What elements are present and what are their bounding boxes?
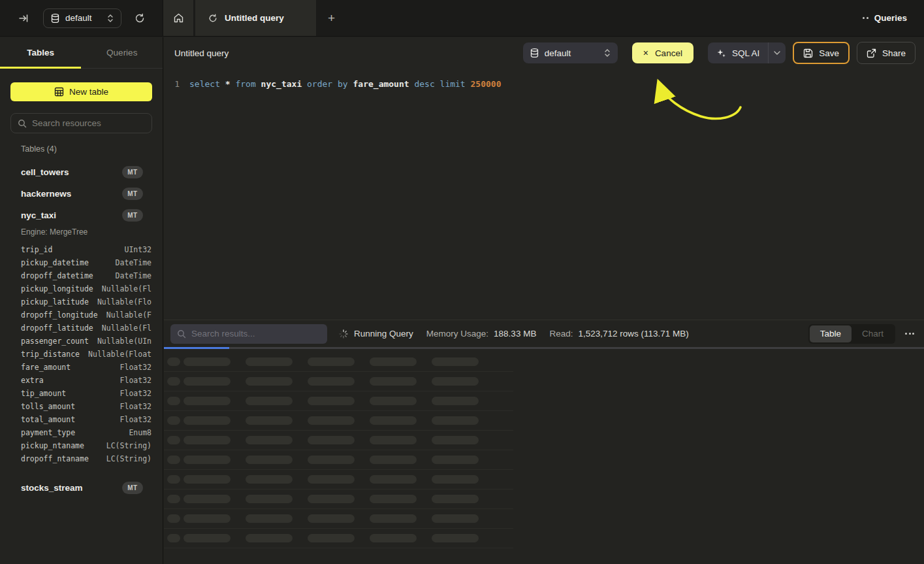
- database-selector[interactable]: default: [43, 8, 121, 28]
- skeleton-cell: [370, 377, 417, 386]
- skeleton-cell: [167, 514, 180, 523]
- column-name: dropoff_longitude: [21, 310, 98, 320]
- memory-usage-label: Memory Usage:: [426, 329, 488, 339]
- active-tab-underline: [0, 67, 81, 69]
- new-tab-button[interactable]: +: [316, 0, 347, 36]
- column-name: payment_type: [21, 428, 75, 437]
- column-name: dropoff_latitude: [21, 323, 93, 333]
- skeleton-cell: [370, 357, 417, 366]
- engine-badge: MT: [122, 166, 143, 178]
- column-row: total_amountFloat32: [0, 413, 163, 426]
- skeleton-cell: [432, 495, 479, 503]
- skeleton-cell: [432, 357, 479, 366]
- cancel-button[interactable]: × Cancel: [632, 42, 693, 63]
- skeleton-cell: [308, 377, 355, 386]
- sql-editor[interactable]: 1 select * from nyc_taxi order by fare_a…: [164, 69, 924, 320]
- column-name: pickup_ntaname: [21, 441, 84, 450]
- column-name: tolls_amount: [21, 402, 75, 411]
- query-title: Untitled query: [174, 48, 229, 58]
- column-type: Nullable(Float: [88, 350, 151, 359]
- skeleton-cell: [370, 416, 417, 425]
- tab-untitled-query[interactable]: Untitled query: [195, 0, 316, 36]
- database-selector-value: default: [65, 13, 92, 23]
- refresh-icon[interactable]: [131, 9, 149, 27]
- sidebar-tabs: Tables Queries: [0, 37, 163, 69]
- home-tab-button[interactable]: [163, 0, 193, 36]
- column-type: Enum8: [129, 428, 151, 437]
- column-row: fare_amountFloat32: [0, 361, 163, 374]
- main-panel: Untitled query default: [164, 37, 924, 564]
- tab-loading-icon: [208, 14, 217, 23]
- skeleton-cell: [308, 495, 355, 503]
- cancel-label: Cancel: [655, 48, 682, 58]
- chevron-down-icon[interactable]: [769, 42, 786, 63]
- sql-token: nyc_taxi: [261, 79, 302, 89]
- share-button[interactable]: Share: [857, 42, 916, 64]
- more-options-icon[interactable]: [904, 329, 916, 339]
- skeleton-cell: [432, 534, 479, 542]
- skeleton-cell: [370, 475, 417, 484]
- database-icon: [51, 14, 59, 23]
- save-button[interactable]: Save: [793, 42, 850, 64]
- sql-token: [466, 79, 471, 89]
- skeleton-cell: [246, 397, 293, 405]
- column-row: extraFloat32: [0, 374, 163, 387]
- column-name: pickup_datetime: [21, 258, 89, 267]
- skeleton-cell: [432, 416, 479, 425]
- sidebar-tab-tables[interactable]: Tables: [0, 37, 82, 68]
- skeleton-cell: [246, 495, 293, 503]
- skeleton-row: [164, 509, 513, 529]
- skeleton-cell: [167, 357, 180, 366]
- sidebar-tab-queries[interactable]: Queries: [82, 37, 163, 68]
- view-tab-table[interactable]: Table: [810, 325, 852, 342]
- table-item-hackernews[interactable]: hackernewsMT: [0, 183, 163, 205]
- sql-token: [302, 79, 307, 89]
- table-item-nyc_taxi[interactable]: nyc_taxiMT: [0, 205, 163, 226]
- sql-ai-main[interactable]: SQL AI: [708, 42, 768, 63]
- engine-badge: MT: [122, 188, 143, 200]
- skeleton-cell: [370, 397, 417, 405]
- table-item-stocks_stream[interactable]: stocks_streamMT: [0, 477, 163, 499]
- sql-ai-button[interactable]: SQL AI: [708, 42, 786, 63]
- database-icon: [530, 48, 539, 58]
- query-progress-fill: [164, 347, 229, 349]
- sql-token: select: [189, 79, 220, 89]
- column-row: tolls_amountFloat32: [0, 400, 163, 413]
- skeleton-cell: [432, 397, 479, 405]
- skeleton-cell: [246, 534, 293, 542]
- column-type: DateTime: [116, 258, 151, 267]
- skeleton-cell: [246, 416, 293, 425]
- new-table-label: New table: [69, 87, 108, 97]
- table-grid-icon: [54, 87, 64, 97]
- collapse-sidebar-icon[interactable]: [14, 9, 33, 27]
- table-item-cell_towers[interactable]: cell_towersMT: [0, 161, 163, 183]
- results-search-input[interactable]: [191, 329, 321, 339]
- column-type: Nullable(F: [106, 310, 151, 320]
- column-row: pickup_latitudeNullable(Flo: [0, 295, 163, 308]
- column-type: LC(String): [106, 441, 151, 450]
- column-type: Float32: [120, 415, 151, 424]
- skeleton-cell: [432, 436, 479, 444]
- view-tab-chart[interactable]: Chart: [852, 325, 894, 342]
- column-name: total_amount: [21, 415, 75, 424]
- skeleton-cell: [246, 514, 293, 523]
- skeleton-cell: [432, 475, 479, 484]
- topbar-left: default: [0, 0, 163, 36]
- query-database-selector[interactable]: default: [523, 42, 618, 63]
- loading-spinner-icon: [339, 329, 348, 339]
- code-line: 1 select * from nyc_taxi order by fare_a…: [164, 78, 924, 91]
- new-table-button[interactable]: New table: [10, 82, 152, 101]
- sql-token: *: [225, 79, 231, 89]
- queries-link[interactable]: Queries: [863, 0, 924, 36]
- resource-search-input[interactable]: [32, 118, 148, 128]
- skeleton-cell: [183, 436, 231, 444]
- column-name: pickup_latitude: [21, 297, 89, 307]
- topbar: default: [0, 0, 924, 37]
- column-row: passenger_countNullable(UIn: [0, 335, 163, 348]
- read-value: 1,523,712 rows (113.71 MB): [578, 329, 688, 339]
- column-row: dropoff_datetimeDateTime: [0, 269, 163, 282]
- skeleton-cell: [167, 475, 180, 484]
- column-name: pickup_longitude: [21, 284, 93, 293]
- sql-token: [220, 79, 225, 89]
- column-type: Nullable(UIn: [97, 337, 151, 346]
